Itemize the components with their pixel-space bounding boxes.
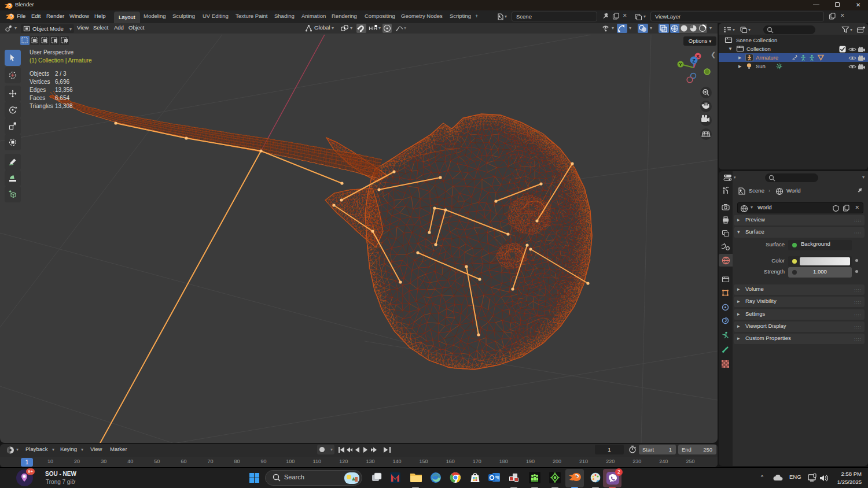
svg-text:Y: Y — [679, 62, 682, 67]
svg-text:Z: Z — [692, 58, 695, 64]
